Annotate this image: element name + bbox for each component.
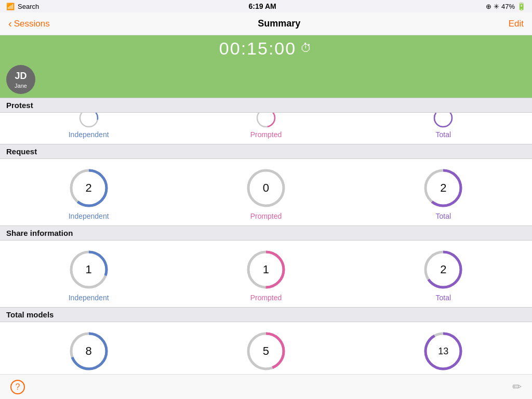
status-bar: 📶 Search 6:19 AM ⊕ ✳ 47% 🔋 bbox=[0, 0, 532, 12]
request-independent-label: Independent bbox=[69, 212, 109, 220]
status-right: ⊕ ✳ 47% 🔋 bbox=[486, 2, 526, 10]
back-button[interactable]: ‹ Sessions bbox=[8, 18, 50, 30]
request-independent-value: 2 bbox=[86, 181, 92, 195]
bluetooth-icon: ✳ bbox=[494, 3, 499, 10]
svg-point-0 bbox=[80, 113, 98, 127]
request-total: 2 Total bbox=[422, 167, 464, 220]
bottom-toolbar: ? ✏ bbox=[0, 374, 532, 399]
timer-display: 00:15:00 ⏱ bbox=[219, 38, 313, 59]
nav-bar: ‹ Sessions Summary Edit bbox=[0, 12, 532, 35]
request-independent: 2 Independent bbox=[68, 167, 110, 220]
request-independent-ring: 2 bbox=[68, 167, 110, 209]
back-label: Sessions bbox=[14, 19, 50, 29]
total-independent-value: 8 bbox=[86, 344, 92, 358]
avatar-initials: JD bbox=[15, 71, 26, 82]
section-header-total: Total models bbox=[0, 307, 532, 322]
total-prompted-ring: 5 bbox=[245, 330, 287, 372]
timer-value: 00:15:00 bbox=[219, 38, 296, 59]
share-total-value: 2 bbox=[440, 263, 446, 276]
protest-independent: Independent bbox=[68, 113, 110, 139]
protest-prompted-ring bbox=[245, 113, 287, 128]
wifi-icon: 📶 bbox=[6, 3, 15, 10]
protest-prompted: Prompted bbox=[245, 113, 287, 139]
chevron-left-icon: ‹ bbox=[8, 18, 12, 30]
svg-point-5 bbox=[434, 113, 452, 127]
total-total-value: 13 bbox=[438, 346, 448, 357]
share-prompted-value: 1 bbox=[263, 263, 269, 276]
page-title: Summary bbox=[258, 18, 300, 29]
section-header-request: Request bbox=[0, 144, 532, 159]
avatar: JD Jane bbox=[6, 65, 35, 94]
protest-prompted-label: Prompted bbox=[250, 130, 282, 139]
total-total-ring: 13 bbox=[422, 330, 464, 372]
request-prompted: 0 Prompted bbox=[245, 167, 287, 220]
edit-note-button[interactable]: ✏ bbox=[512, 380, 522, 394]
request-prompted-ring: 0 bbox=[245, 167, 287, 209]
time-display: 6:19 AM bbox=[249, 2, 276, 10]
share-independent-value: 1 bbox=[86, 263, 92, 276]
request-total-label: Total bbox=[436, 212, 451, 220]
share-prompted: 1 Prompted bbox=[245, 249, 287, 302]
request-prompted-value: 0 bbox=[263, 181, 269, 195]
total-independent-ring: 8 bbox=[68, 330, 110, 372]
request-total-ring: 2 bbox=[422, 167, 464, 209]
share-total: 2 Total bbox=[422, 249, 464, 302]
edit-button[interactable]: Edit bbox=[509, 19, 524, 29]
request-metrics-row: 2 Independent 0 Prompted 2 Total bbox=[0, 159, 532, 225]
share-total-ring: 2 bbox=[422, 249, 464, 290]
protest-independent-label: Independent bbox=[69, 130, 109, 139]
battery-icon: 🔋 bbox=[517, 2, 526, 10]
protest-independent-ring bbox=[68, 113, 110, 128]
share-independent-label: Independent bbox=[69, 294, 109, 302]
request-total-value: 2 bbox=[440, 181, 446, 195]
protest-metrics-row: Independent Prompted Total bbox=[0, 113, 532, 144]
request-prompted-label: Prompted bbox=[250, 212, 282, 220]
share-independent-ring: 1 bbox=[68, 249, 110, 290]
share-independent: 1 Independent bbox=[68, 249, 110, 302]
protest-total-ring bbox=[422, 113, 464, 128]
total-prompted-value: 5 bbox=[263, 344, 269, 358]
status-left: 📶 Search bbox=[6, 3, 39, 10]
airplay-icon: ⊕ bbox=[486, 3, 491, 10]
section-header-share: Share information bbox=[0, 225, 532, 241]
section-header-protest: Protest bbox=[0, 98, 532, 113]
share-total-label: Total bbox=[436, 294, 451, 302]
avatar-name: Jane bbox=[15, 83, 27, 89]
timer-bar: 00:15:00 ⏱ bbox=[0, 35, 532, 61]
timer-icon: ⏱ bbox=[300, 42, 313, 55]
app-name: Search bbox=[18, 3, 39, 10]
share-prompted-ring: 1 bbox=[245, 249, 287, 290]
share-metrics-row: 1 Independent 1 Prompted 2 Total bbox=[0, 241, 532, 307]
protest-total: Total bbox=[422, 113, 464, 139]
help-button[interactable]: ? bbox=[10, 380, 25, 394]
share-prompted-label: Prompted bbox=[250, 294, 282, 302]
user-row: JD Jane bbox=[0, 61, 532, 98]
battery-percent: 47% bbox=[501, 3, 515, 10]
protest-total-label: Total bbox=[436, 130, 451, 139]
